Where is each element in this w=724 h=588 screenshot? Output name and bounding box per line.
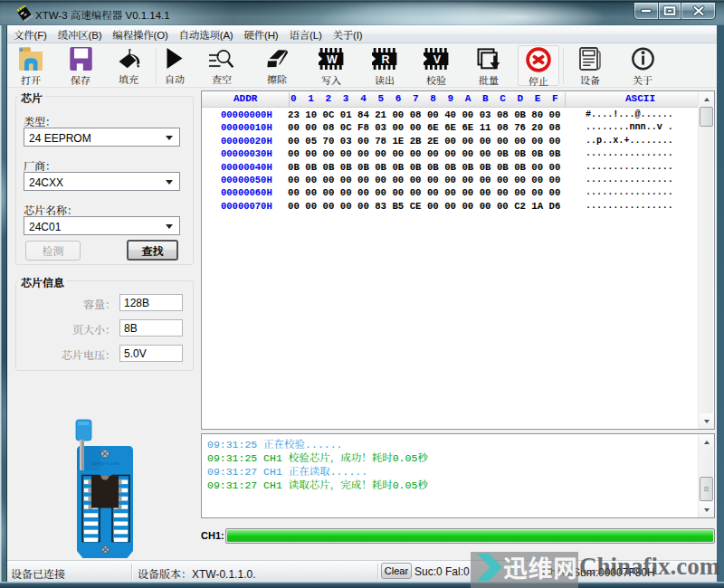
detect-button[interactable]: 检测 — [25, 241, 81, 261]
read-chip-icon: R — [372, 47, 397, 71]
menu-about[interactable]: 关于(I) — [328, 25, 368, 43]
hex-row-bytes: 00 00 08 0C F8 03 00 00 6E 6E 6E 11 08 7… — [288, 121, 560, 134]
chip-groupbox: 芯片 类型： 24 EEPROM 厂商： 24CXX 芯片名称： 24C01 检… — [15, 96, 194, 265]
hex-row-bytes: 23 10 0C 01 84 21 00 08 00 40 00 03 08 0… — [288, 109, 560, 121]
write-chip-icon: W — [319, 47, 344, 71]
svg-text:W: W — [327, 53, 338, 66]
stop-button[interactable]: 停止 — [518, 45, 559, 86]
log-line: 09:31:27 CH1 正在读取...... — [207, 465, 428, 479]
scroll-up-icon — [704, 441, 710, 444]
hex-editor[interactable]: ADDR 0123456789ABCDEF ASCII 00000000H23 … — [201, 90, 715, 430]
capacity-field[interactable] — [119, 294, 183, 311]
erase-button[interactable]: 擦除 — [256, 45, 298, 86]
chip-vendor-select[interactable]: 24CXX — [24, 172, 180, 191]
scroll-down-button[interactable] — [699, 413, 714, 429]
window-controls — [634, 3, 716, 20]
scroll-down-icon — [704, 508, 710, 512]
hex-row[interactable]: 00000040H0B 0B 0B 0B 0B 0B 0B 0B 0B 0B 0… — [202, 161, 699, 174]
toolbar-label: 设备 — [580, 72, 600, 87]
chip-type-select[interactable]: 24 EEPROM — [24, 128, 180, 147]
fill-button[interactable]: 填充 — [108, 45, 149, 86]
hex-col-header: C — [497, 93, 510, 104]
menu-auto-options[interactable]: 自动选项(A) — [174, 25, 239, 43]
verify-chip-icon: V — [424, 47, 449, 71]
hex-row[interactable]: 00000010H00 00 08 0C F8 03 00 00 6E 6E 6… — [202, 121, 699, 134]
menu-bar: 文件(F) 缓冲区(B) 编程操作(O) 自动选项(A) 硬件(H) 语言(L)… — [7, 25, 717, 43]
hex-row-address: 00000060H — [221, 186, 272, 199]
hex-header: ADDR 0123456789ABCDEF ASCII — [202, 91, 698, 108]
zif-socket-image: comg-ir.com — [62, 419, 134, 559]
chip-vendor-label: 厂商： — [24, 157, 56, 173]
clear-button[interactable]: Clear — [381, 563, 412, 579]
hex-row-ascii: ................ — [586, 147, 673, 160]
hex-scrollbar-thumb[interactable] — [700, 107, 713, 127]
fill-bucket-icon — [116, 47, 141, 70]
about-button[interactable]: 关于 — [622, 45, 663, 86]
hex-header-separator — [289, 92, 290, 108]
toolbar-label: 打开 — [21, 72, 41, 87]
log-lines: 09:31:25 正在校验......09:31:25 CH1 校验芯片，成功！… — [207, 438, 428, 492]
log-scrollbar[interactable] — [698, 434, 713, 517]
chip-type-value: 24 EEPROM — [29, 129, 91, 145]
find-button[interactable]: 查找 — [127, 240, 178, 261]
scroll-down-button[interactable] — [699, 502, 714, 517]
scroll-up-button[interactable] — [699, 91, 714, 107]
verify-button[interactable]: V 校验 — [415, 45, 457, 86]
read-button[interactable]: R 读出 — [364, 45, 405, 86]
save-button[interactable]: 保存 — [60, 45, 101, 86]
minimize-button[interactable] — [634, 3, 659, 20]
progress-bar — [225, 528, 715, 544]
hex-row[interactable]: 00000030H00 00 00 00 00 00 00 00 00 00 0… — [202, 147, 699, 160]
hex-col-header: 7 — [409, 93, 422, 104]
hex-row[interactable]: 00000000H23 10 0C 01 84 21 00 08 00 40 0… — [202, 109, 699, 121]
hex-row[interactable]: 00000070H00 00 00 00 00 83 B5 CE 00 00 0… — [202, 200, 699, 213]
write-button[interactable]: W 写入 — [310, 45, 352, 86]
pagesize-field[interactable] — [119, 319, 183, 337]
voltage-row: 芯片电压： — [16, 345, 195, 362]
hex-row-bytes: 00 00 00 00 00 00 00 00 00 00 00 00 00 0… — [288, 186, 560, 199]
hex-col-header: 6 — [392, 93, 405, 104]
menu-file[interactable]: 文件(F) — [8, 25, 52, 43]
batch-icon — [476, 47, 501, 71]
log-line: 09:31:27 CH1 读取芯片，完成！耗时0.05秒 — [207, 479, 428, 492]
batch-button[interactable]: 批量 — [468, 45, 510, 86]
status-separator — [131, 564, 132, 580]
log-scrollbar-thumb[interactable] — [700, 477, 713, 501]
menu-hardware[interactable]: 硬件(H) — [238, 25, 283, 43]
close-button[interactable] — [681, 3, 716, 20]
open-button[interactable]: 打开 — [10, 45, 52, 86]
menu-buffer[interactable]: 缓冲区(B) — [52, 25, 108, 43]
hex-row[interactable]: 00000020H00 05 70 03 00 78 1E 2B 2E 00 0… — [202, 135, 699, 147]
chip-name-select[interactable]: 24C01 — [24, 216, 180, 235]
toolbar-label: 自动 — [165, 71, 185, 86]
client-area: 文件(F) 缓冲区(B) 编程操作(O) 自动选项(A) 硬件(H) 语言(L)… — [7, 25, 717, 582]
toolbar-label: 批量 — [479, 72, 499, 87]
hex-scrollbar[interactable] — [698, 91, 713, 429]
blank-check-icon — [209, 47, 234, 70]
chip-info-title: 芯片信息 — [18, 274, 67, 289]
voltage-field[interactable] — [119, 345, 183, 362]
blank-check-button[interactable]: 查空 — [201, 45, 243, 86]
hex-row-address: 00000000H — [221, 109, 272, 121]
auto-button[interactable]: 自动 — [154, 45, 195, 86]
capacity-label: 容量： — [83, 296, 116, 311]
menu-language[interactable]: 语言(L) — [283, 25, 327, 43]
hex-row-bytes: 00 00 00 00 00 00 00 00 00 00 00 00 00 0… — [288, 174, 560, 186]
window-frame-bottom — [0, 582, 724, 588]
toolbar-label: 校验 — [426, 72, 446, 87]
progress-bar-fill — [227, 530, 713, 542]
maximize-button[interactable] — [659, 3, 681, 20]
hex-row[interactable]: 00000060H00 00 00 00 00 00 00 00 00 00 0… — [202, 186, 699, 199]
hex-row-address: 00000020H — [221, 135, 272, 147]
hex-row[interactable]: 00000050H00 00 00 00 00 00 00 00 00 00 0… — [202, 174, 699, 186]
hex-row-address: 00000070H — [221, 200, 272, 213]
chip-name-value: 24C01 — [29, 218, 61, 233]
title-bar[interactable]: XTW-3 高速编程器 V0.1.14.1 — [0, 0, 724, 25]
svg-text:V: V — [433, 53, 442, 66]
chip-info-groupbox: 芯片信息 容量： 页大小： 芯片电压： — [15, 280, 194, 371]
toolbar-label: 停止 — [529, 73, 548, 88]
menu-program-ops[interactable]: 编程操作(O) — [107, 25, 173, 43]
log-view[interactable]: 09:31:25 正在校验......09:31:25 CH1 校验芯片，成功！… — [201, 433, 715, 518]
scroll-up-button[interactable] — [699, 434, 714, 450]
device-button[interactable]: 设备 — [569, 45, 611, 86]
